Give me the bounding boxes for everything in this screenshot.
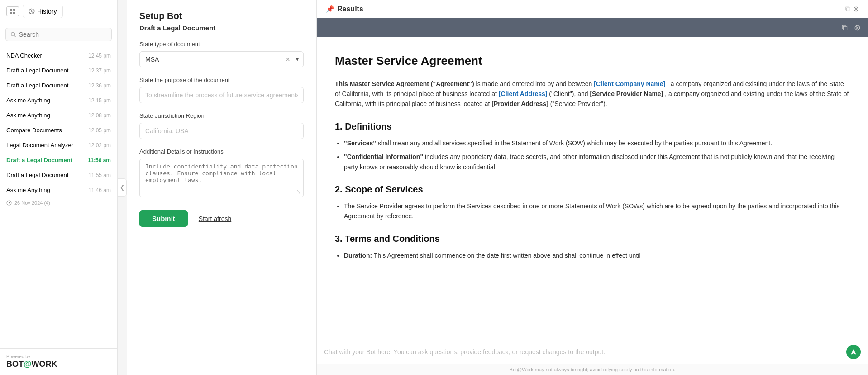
- close-results-button[interactable]: ⊗: [853, 5, 859, 13]
- disclaimer-text: Bot@Work may not always be right; avoid …: [317, 364, 868, 375]
- submit-button[interactable]: Submit: [139, 210, 188, 227]
- send-icon: [850, 348, 857, 356]
- history-item-label: Draft a Legal Document: [6, 157, 72, 163]
- history-item-time: 11:46 am: [88, 187, 111, 193]
- svg-rect-1: [13, 9, 15, 11]
- history-item-label: Legal Document Analyzer: [6, 142, 73, 149]
- intro-text-5: ("Service Provider").: [550, 100, 607, 107]
- client-address: [Client Address]: [499, 90, 548, 97]
- svg-rect-0: [10, 9, 12, 11]
- grid-icon[interactable]: [6, 6, 19, 16]
- form-actions: Submit Start afresh: [139, 210, 304, 227]
- provider-address: [Provider Address]: [491, 100, 548, 107]
- history-item-time: 12:02 pm: [88, 142, 111, 149]
- document-intro: This Master Service Agreement ("Agreemen…: [335, 79, 850, 109]
- history-item-time: 11:55 am: [88, 172, 111, 178]
- jurisdiction-label: State Jurisdiction Region: [139, 112, 304, 119]
- definition-services: "Services" shall mean any and all servic…: [344, 138, 850, 148]
- section-3-title: 3. Terms and Conditions: [335, 231, 850, 246]
- history-list: NDA Checker 12:45 pm Draft a Legal Docum…: [0, 46, 117, 348]
- section-1-title: 1. Definitions: [335, 119, 850, 134]
- search-input-wrap: [5, 28, 112, 41]
- jurisdiction-input[interactable]: [139, 123, 304, 139]
- additional-textarea-wrapper: ⤡: [139, 159, 304, 197]
- history-item-time: 12:05 pm: [88, 127, 111, 134]
- collapse-sidebar-button[interactable]: ❮: [118, 178, 127, 197]
- history-item[interactable]: Compare Documents 12:05 pm: [0, 123, 117, 138]
- service-provider-name: [Service Provider Name]: [590, 90, 663, 97]
- results-content: ⧉ ⊗ Master Service Agreement This Master…: [317, 18, 868, 340]
- additional-label: Additional Details or Instructions: [139, 148, 304, 155]
- svg-rect-2: [10, 12, 12, 14]
- form-title: Draft a Legal Document: [139, 24, 304, 32]
- results-header: 📌 Results ⧉ ⊗: [317, 0, 868, 18]
- history-item[interactable]: Draft a Legal Document 11:56 am: [0, 153, 117, 168]
- select-clear-icon[interactable]: ✕: [285, 56, 291, 63]
- main-content: Setup Bot Draft a Legal Document State t…: [127, 0, 868, 375]
- search-icon: [10, 31, 16, 38]
- purpose-group: State the purpose of the document: [139, 77, 304, 103]
- doc-type-select-wrapper: MSA NDA SLA Contract ✕ ▾: [139, 51, 304, 67]
- doc-copy-button[interactable]: ⧉: [842, 23, 848, 33]
- section-2-title: 2. Scope of Services: [335, 182, 850, 197]
- history-item-label: Compare Documents: [6, 127, 62, 134]
- chevron-left-icon: ❮: [120, 184, 124, 191]
- history-item[interactable]: Draft a Legal Document 12:36 pm: [0, 78, 117, 93]
- history-item-label: Ask me Anything: [6, 187, 50, 193]
- history-item[interactable]: Legal Document Analyzer 12:02 pm: [0, 138, 117, 153]
- history-item[interactable]: Draft a Legal Document 11:55 am: [0, 168, 117, 183]
- chat-bar: [317, 340, 868, 364]
- history-item-label: Ask me Anything: [6, 97, 50, 104]
- history-item-time: 12:15 pm: [88, 97, 111, 104]
- search-input[interactable]: [19, 31, 107, 38]
- setup-panel: Setup Bot Draft a Legal Document State t…: [127, 0, 317, 375]
- history-item-label: NDA Checker: [6, 52, 42, 59]
- history-item-time: 12:08 pm: [88, 112, 111, 119]
- pin-icon: 📌: [326, 5, 334, 13]
- history-item-label: Draft a Legal Document: [6, 172, 68, 178]
- history-item-time: 12:45 pm: [88, 53, 111, 59]
- chat-send-button[interactable]: [846, 345, 861, 359]
- history-item-time: 12:36 pm: [88, 82, 111, 89]
- copy-results-button[interactable]: ⧉: [845, 5, 850, 13]
- history-group-header: 26 Nov 2024 (4): [0, 197, 117, 208]
- definition-confidential: "Confidential Information" includes any …: [344, 152, 850, 172]
- doc-type-label: State type of document: [139, 41, 304, 48]
- sidebar: History NDA Checker 12:45 pm Draft a Leg…: [0, 0, 118, 375]
- history-item[interactable]: Ask me Anything 12:15 pm: [0, 93, 117, 108]
- intro-text-1: is made and entered into by and between: [476, 80, 594, 87]
- history-item[interactable]: NDA Checker 12:45 pm: [0, 48, 117, 63]
- history-tab[interactable]: History: [23, 5, 63, 18]
- svg-rect-3: [13, 12, 15, 14]
- history-item[interactable]: Ask me Anything 11:46 am: [0, 183, 117, 197]
- document-body: Master Service Agreement This Master Ser…: [317, 37, 868, 340]
- start-afresh-button[interactable]: Start afresh: [199, 215, 231, 222]
- purpose-label: State the purpose of the document: [139, 77, 304, 83]
- section-2-list: The Service Provider agrees to perform t…: [335, 201, 850, 221]
- additional-textarea[interactable]: [140, 159, 303, 195]
- brand-name: BOT@WORK: [6, 360, 57, 370]
- doc-close-button[interactable]: ⊗: [854, 23, 861, 33]
- history-item-time: 11:56 am: [88, 157, 111, 163]
- sidebar-footer: Powered by BOT@WORK: [0, 348, 117, 375]
- doc-type-select[interactable]: MSA NDA SLA Contract: [140, 52, 303, 67]
- client-company-name: [Client Company Name]: [594, 80, 665, 87]
- doc-toolbar: ⧉ ⊗: [317, 18, 868, 37]
- purpose-input[interactable]: [139, 87, 304, 103]
- powered-by-text: Powered by: [6, 354, 57, 360]
- scope-item-1: The Service Provider agrees to perform t…: [344, 201, 850, 221]
- history-item-time: 12:37 pm: [88, 67, 111, 74]
- history-item-label: Draft a Legal Document: [6, 82, 68, 89]
- results-panel: 📌 Results ⧉ ⊗ ⧉ ⊗ Master Service Agreeme…: [317, 0, 868, 375]
- doc-type-group: State type of document MSA NDA SLA Contr…: [139, 41, 304, 67]
- intro-bold-start: This Master Service Agreement ("Agreemen…: [335, 80, 474, 87]
- intro-text-3: ("Client"), and: [549, 90, 590, 97]
- jurisdiction-group: State Jurisdiction Region: [139, 112, 304, 139]
- history-item[interactable]: Ask me Anything 12:08 pm: [0, 108, 117, 123]
- history-item-label: Draft a Legal Document: [6, 67, 68, 74]
- chat-input[interactable]: [324, 348, 842, 356]
- resize-handle-icon: ⤡: [296, 188, 301, 195]
- terms-duration: Duration: This Agreement shall commence …: [344, 250, 850, 260]
- history-item[interactable]: Draft a Legal Document 12:37 pm: [0, 63, 117, 78]
- document-title: Master Service Agreement: [335, 52, 850, 71]
